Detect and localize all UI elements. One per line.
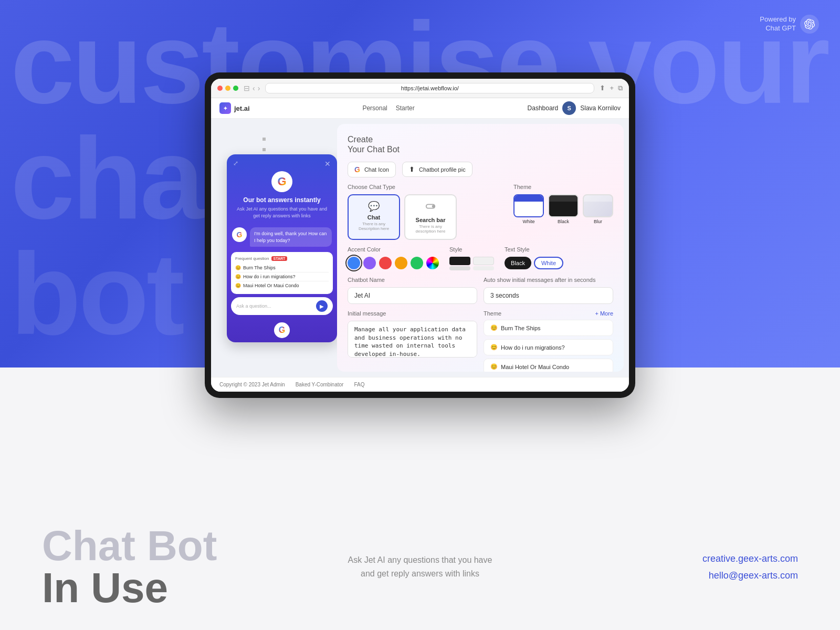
chat-type-card-chat[interactable]: 💬 Chat There is any Description here <box>348 194 400 240</box>
style-options <box>449 257 494 270</box>
type-theme-row: Choose Chat Type 💬 Chat There is any Des… <box>348 184 613 240</box>
fq-item-2[interactable]: 😊How do i run migrations? <box>235 272 329 281</box>
app-user: Dashboard S Slava Kornilov <box>528 101 621 115</box>
bottom-left: Chat Bot In Use <box>42 525 294 609</box>
search-type-desc: There is any description here <box>411 224 450 234</box>
fq-item-1[interactable]: 😊Burn The Ships <box>235 264 329 272</box>
chat-type-section: Choose Chat Type 💬 Chat There is any Des… <box>348 184 505 240</box>
accent-yellow[interactable] <box>395 257 407 269</box>
bottom-center: Ask Jet AI any questions that you havean… <box>294 553 546 580</box>
auto-show-input[interactable] <box>484 287 613 304</box>
theme-suggestions-section: Theme + More 😊 Burn The Ships 😊 How do i… <box>484 310 613 372</box>
profile-pic-upload[interactable]: ⬆ Chatbot profile pic <box>402 162 472 177</box>
browser-url-bar[interactable]: https://jetai.webflow.io/ <box>265 83 594 93</box>
footer-faq[interactable]: FAQ <box>354 382 364 387</box>
text-style-white[interactable]: White <box>534 257 563 269</box>
chat-type-label: Choose Chat Type <box>348 184 505 190</box>
widget-description: Ask Jet AI any questions that you have a… <box>233 206 331 219</box>
back-button[interactable]: ‹ <box>253 84 255 92</box>
nav-personal[interactable]: Personal <box>362 104 387 112</box>
theme-blur-label: Blur <box>583 219 613 224</box>
powered-by-text: Powered by Chat GPT <box>760 15 796 33</box>
chat-input-row: Ask a question... ▶ <box>231 297 333 315</box>
theme-black[interactable] <box>548 194 579 217</box>
accent-purple[interactable] <box>363 257 376 269</box>
suggestion-2[interactable]: 😊 How do i run migrations? <box>484 339 613 355</box>
chatbot-name-section: Chatbot Name <box>348 277 477 304</box>
style-dark-preview2 <box>449 266 470 270</box>
theme-white-label: White <box>513 219 544 224</box>
openai-icon <box>800 15 819 34</box>
user-avatar: S <box>562 101 576 115</box>
theme-blur[interactable] <box>583 194 613 217</box>
initial-message-label: Initial message <box>348 310 477 317</box>
share-icon[interactable]: ⬆ <box>600 84 605 92</box>
minimize-dot[interactable] <box>225 86 230 91</box>
chatbot-name-input[interactable] <box>348 287 477 304</box>
theme-section: Theme White <box>513 184 613 240</box>
widget-google-icon: G <box>271 171 292 192</box>
tablet-inner: ⊟ ‹ › https://jetai.webflow.io/ ⬆ + ⧉ ✦ … <box>211 79 629 392</box>
bot-avatar: G <box>232 227 247 242</box>
send-icon: ▶ <box>320 303 324 309</box>
auto-show-label: Auto show initial messages after in seco… <box>484 277 613 283</box>
send-button[interactable]: ▶ <box>316 300 328 312</box>
chat-preview-panel: Import ⤢ ✕ G Our bot answers instantly A… <box>211 119 337 377</box>
fq-item-3[interactable]: 😊Maui Hotel Or Maui Condo <box>235 281 329 290</box>
maximize-dot[interactable] <box>233 86 238 91</box>
forward-button[interactable]: › <box>258 84 260 92</box>
user-name: Slava Kornilov <box>580 104 621 112</box>
logo-text: jet.ai <box>234 104 250 112</box>
sidebar-dot-2 <box>262 148 266 151</box>
chat-type-name: Chat <box>354 214 394 220</box>
bottom-right: creative.geex-arts.com hello@geex-arts.c… <box>546 550 798 584</box>
style-dark-preview <box>449 257 470 265</box>
chatbot-name-label: Chatbot Name <box>348 277 477 283</box>
bottom-right-line1[interactable]: creative.geex-arts.com <box>546 550 798 567</box>
suggestion-1[interactable]: 😊 Burn The Ships <box>484 320 613 336</box>
accent-blue[interactable] <box>348 257 360 269</box>
text-style-black[interactable]: Black <box>505 257 531 269</box>
sidebar-dot-1 <box>262 138 266 141</box>
more-link[interactable]: + More <box>595 310 613 317</box>
initial-message-section: Initial message Manage all your applicat… <box>348 310 477 372</box>
frequent-questions: Frequent question START 😊Burn The Ships … <box>231 252 333 294</box>
accent-red[interactable] <box>379 257 392 269</box>
search-type-name: Search bar <box>411 217 450 223</box>
chat-input-placeholder[interactable]: Ask a question... <box>236 303 271 309</box>
chat-type-icon: 💬 <box>354 201 394 212</box>
accent-green[interactable] <box>411 257 423 269</box>
nav-sidebar-icon[interactable]: ⊟ <box>244 84 250 92</box>
tabs-icon[interactable]: ⧉ <box>618 84 623 92</box>
close-dot[interactable] <box>217 86 223 91</box>
close-icon[interactable]: ✕ <box>324 160 331 168</box>
app-nav: Personal Starter <box>362 104 414 112</box>
expand-icon[interactable]: ⤢ <box>233 160 238 168</box>
bot-message-row: G I'm doing well, thank you! How can I h… <box>227 224 337 250</box>
fq-badge: START <box>271 256 288 261</box>
logo-icon: ✦ <box>219 102 231 114</box>
bottom-title2: In Use <box>42 567 294 609</box>
accent-rainbow[interactable] <box>426 257 439 269</box>
dashboard-label[interactable]: Dashboard <box>528 104 559 112</box>
app-footer: Copyright © 2023 Jet Admin Baked Y-Combi… <box>211 377 629 392</box>
chat-icon-upload[interactable]: G Chat Icon <box>348 162 396 177</box>
bottom-right-line2[interactable]: hello@geex-arts.com <box>546 567 798 584</box>
icon-upload-row: G Chat Icon ⬆ Chatbot profile pic <box>348 162 613 177</box>
theme-suggestions-header: Theme + More <box>484 310 613 317</box>
message-theme-row: Initial message Manage all your applicat… <box>348 310 613 372</box>
create-panel: Create Your Chat Bot G Chat Icon ⬆ Chatb… <box>337 124 624 372</box>
chat-type-card-search[interactable]: Search bar There is any description here <box>404 194 457 240</box>
theme-options: White Black <box>513 194 613 224</box>
theme-label: Theme <box>513 184 613 190</box>
add-tab-icon[interactable]: + <box>610 84 614 92</box>
footer-baked[interactable]: Baked Y-Combinator <box>296 382 344 387</box>
tablet-frame: ⊟ ‹ › https://jetai.webflow.io/ ⬆ + ⧉ ✦ … <box>205 72 635 398</box>
create-title: Create Your Chat Bot <box>348 134 613 154</box>
suggestion-3[interactable]: 😊 Maui Hotel Or Maui Condo <box>484 359 613 372</box>
nav-starter[interactable]: Starter <box>396 104 415 112</box>
text-style-section: Text Style Black White <box>505 246 563 269</box>
accent-label: Accent Color <box>348 246 439 253</box>
initial-message-textarea[interactable]: Manage all your application data and bus… <box>348 321 477 358</box>
theme-white[interactable] <box>513 194 544 217</box>
